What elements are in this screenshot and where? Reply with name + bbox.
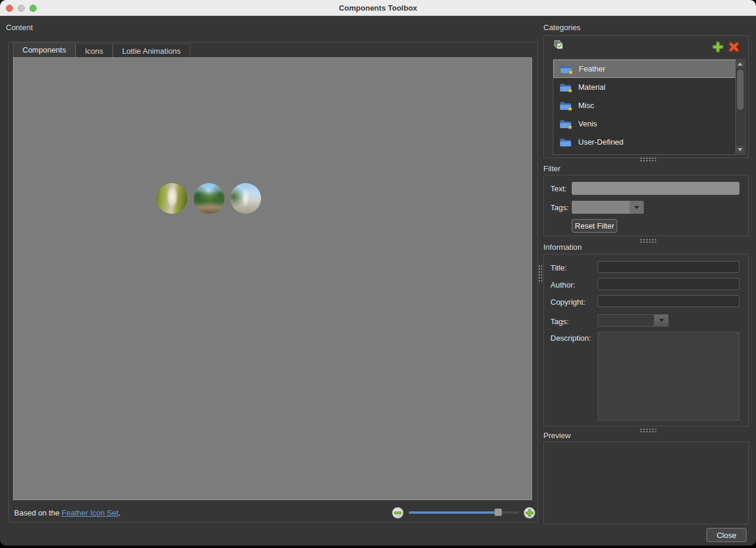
chevron-down-icon [634,206,639,209]
folder-icon: ★ [559,119,572,129]
slider-track[interactable] [409,511,519,514]
filter-tags-dropdown[interactable] [572,201,644,214]
feather-icon-set-link[interactable]: Feather Icon Set [61,508,118,517]
thumbnail-size-slider [392,506,535,519]
plus-icon [712,41,724,53]
select-multiple-button[interactable] [553,40,563,53]
attribution-text: Based on the Feather Icon Set. [14,508,120,517]
dropdown-button[interactable] [654,314,669,327]
filter-text-label: Text: [550,184,566,193]
info-author-label: Author: [550,280,575,289]
info-tags-dropdown[interactable] [598,314,669,327]
info-author-input[interactable] [598,278,739,290]
add-category-button[interactable] [712,41,724,55]
panorama-thumbnail [194,183,224,214]
categories-section-label: Categories [543,23,581,32]
scroll-down-button[interactable] [736,146,744,154]
folder-icon: ★ [559,83,572,92]
titlebar: Components Toolbox [0,0,756,16]
close-button[interactable]: Close [706,528,747,542]
delete-category-button[interactable] [728,41,739,55]
delete-x-icon [728,41,739,53]
chevron-down-icon [659,319,664,322]
info-description-label: Description: [550,334,591,342]
filter-text-input[interactable] [572,182,739,195]
dropdown-button[interactable] [630,201,644,214]
category-item-material[interactable]: ★ Material [553,78,736,96]
preview-section-label: Preview [543,431,571,440]
splitter-handle[interactable] [640,157,656,161]
preview-panel [543,442,749,524]
category-item-misc[interactable]: ★ Misc [553,96,736,115]
filter-tags-label: Tags: [550,203,569,212]
panorama-thumbnail [157,183,187,214]
star-icon: ★ [568,69,573,76]
star-icon: ★ [567,106,573,112]
window-title: Components Toolbox [339,4,418,12]
reset-filter-button[interactable]: Reset Filter [572,219,617,233]
panorama-thumbnail [230,183,261,214]
filter-section-label: Filter [543,164,561,173]
stack-check-icon [553,40,563,51]
dropdown-value[interactable] [572,201,630,214]
splitter-handle[interactable] [640,239,656,243]
info-title-label: Title: [550,263,567,272]
slider-thumb[interactable] [494,508,502,516]
star-icon: ★ [567,87,573,94]
sidebar-splitter-handle[interactable] [538,265,542,283]
info-copyright-label: Copyright: [550,298,585,306]
category-item-venis[interactable]: ★ Venis [553,115,736,133]
tab-icons[interactable]: Icons [76,44,113,57]
information-section-label: Information [543,243,582,252]
folder-icon [559,138,572,147]
scrollbar-thumb[interactable] [737,70,744,110]
splitter-handle[interactable] [640,428,656,432]
category-item-feather[interactable]: ★ Feather [553,60,736,78]
category-item-user-defined[interactable]: User-Defined [553,133,736,151]
tab-lottie-animations[interactable]: Lottie Animations [113,44,190,57]
categories-scrollbar[interactable] [735,60,744,154]
content-section-label: Content [6,23,33,32]
tab-bar: Components Icons Lottie Animations [13,42,190,57]
window-minimize-button[interactable] [18,5,25,12]
info-copyright-input[interactable] [598,295,739,307]
info-tags-label: Tags: [550,317,569,326]
scroll-up-button[interactable] [736,60,744,68]
star-icon: ★ [567,124,573,131]
categories-list: ★ Feather ★ Material ★ Misc ★ Venis [553,59,745,155]
zoom-in-button[interactable] [524,507,535,518]
window-zoom-button[interactable] [30,5,37,12]
zoom-out-button[interactable] [392,507,403,518]
tab-components[interactable]: Components [13,42,76,57]
app-window: Components Toolbox Content Components Ic… [0,0,756,546]
info-title-input[interactable] [598,261,739,273]
window-close-button[interactable] [6,5,13,12]
info-description-textarea[interactable] [598,332,739,420]
folder-icon: ★ [560,64,572,74]
dropdown-value[interactable] [598,314,654,327]
components-canvas [13,57,532,500]
folder-icon: ★ [559,101,572,110]
